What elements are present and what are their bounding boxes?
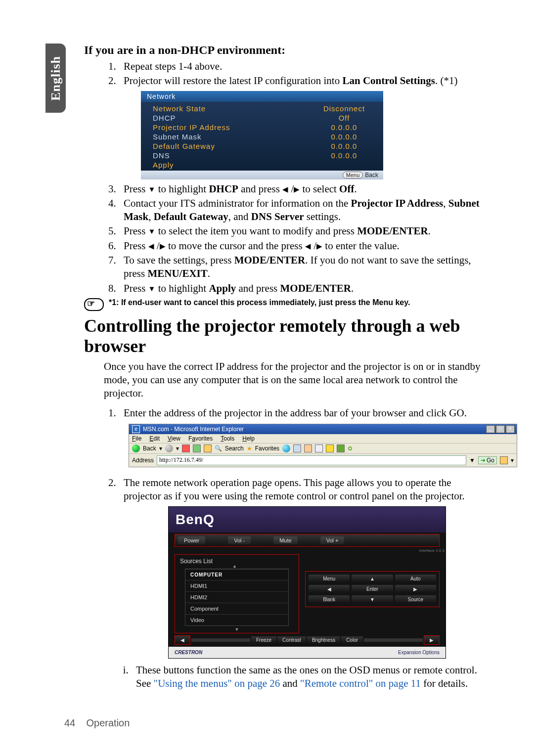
msn-icon[interactable]: ✿ [348, 445, 353, 452]
power-button[interactable]: Power [178, 536, 205, 544]
color-button[interactable]: Color [341, 636, 363, 644]
step-c2: The remote network operation page opens.… [119, 476, 485, 503]
close-icon: × [506, 425, 515, 433]
link-remote[interactable]: "Remote control" on page 11 [300, 677, 421, 689]
source-component[interactable]: Component [185, 603, 288, 614]
history-icon[interactable] [282, 445, 290, 452]
refresh-icon[interactable] [193, 445, 201, 452]
expansion-options[interactable]: Expansion Options [398, 650, 440, 655]
auto-button[interactable]: Auto [395, 575, 436, 583]
source-button[interactable]: Source [395, 595, 436, 604]
down-triangle-icon: ▼ [148, 185, 156, 195]
right-button[interactable]: ▶ [395, 585, 436, 593]
contrast-button[interactable]: Contrast [277, 636, 306, 644]
osd-footer: MenuBack [141, 171, 383, 179]
interface-version: Interface 2.6.3 [169, 548, 445, 553]
left-triangle-icon: ◀ [305, 242, 311, 252]
osd-row-dhcp: DHCPOff [141, 113, 383, 123]
left-triangle-icon: ◀ [148, 242, 154, 252]
edit-icon[interactable] [315, 445, 323, 452]
section-heading: If you are in a non-DHCP environment: [84, 44, 485, 57]
crestron-logo: CRESTRON [175, 650, 202, 655]
address-input[interactable] [157, 455, 466, 465]
step-8: Press ▼ to highlight Apply and press MOD… [119, 282, 485, 295]
intro-paragraph: Once you have the correct IP address for… [84, 360, 485, 400]
home-icon[interactable] [204, 445, 212, 452]
back-icon[interactable] [132, 445, 140, 452]
benq-control-panel: BenQ Power Vol - Mute Vol + Interface 2.… [168, 506, 446, 659]
menu-file: File [132, 435, 141, 442]
minimize-icon: _ [486, 425, 495, 433]
source-computer[interactable]: COMPUTER [185, 569, 288, 580]
menu-help: Help [242, 435, 255, 442]
messenger-icon[interactable] [337, 445, 345, 452]
main-heading: Controlling the projector remotely throu… [84, 316, 485, 357]
forward-icon[interactable] [165, 445, 173, 452]
ie-icon: e [132, 425, 140, 433]
freeze-button[interactable]: Freeze [251, 636, 276, 644]
osd-row-ip: Projector IP Address0.0.0.0 [141, 123, 383, 132]
ie-window: e MSN.com - Microsoft Internet Explorer … [129, 424, 517, 467]
slider-left[interactable]: ◀ [175, 635, 190, 645]
sources-panel: Sources List COMPUTER HDMI1 HDMI2 Compon… [175, 554, 299, 633]
maximize-icon: □ [496, 425, 505, 433]
discuss-icon[interactable] [326, 445, 334, 452]
language-tab: English [45, 44, 66, 113]
benq-logo: BenQ [169, 507, 445, 533]
top-buttons: Power Vol - Mute Vol + [175, 534, 440, 547]
ie-toolbar[interactable]: Back ▾ ▾ 🔍Search ★Favorites ✿ [129, 444, 517, 454]
adjust-bar: ◀ Freeze Contrast Brightness Color ▶ [175, 635, 440, 645]
down-button[interactable]: ▼ [352, 595, 393, 604]
steps-list-b: Press ▼ to highlight DHCP and press ◀ /▶… [84, 182, 485, 295]
vol-up-button[interactable]: Vol + [320, 536, 345, 544]
step-c1: Enter the address of the projector in th… [119, 406, 485, 420]
source-video[interactable]: Video [185, 614, 288, 625]
scroll-down-icon[interactable]: ▼ [175, 626, 299, 633]
window-buttons[interactable]: _□× [486, 425, 515, 433]
menu-button[interactable]: Menu [309, 575, 350, 583]
left-triangle-icon: ◀ [282, 185, 288, 195]
step-7: To save the settings, press MODE/ENTER. … [119, 254, 485, 281]
left-button[interactable]: ◀ [309, 585, 350, 593]
roman-i: These buttons function the same as the o… [131, 664, 485, 691]
brightness-button[interactable]: Brightness [307, 636, 340, 644]
search-icon[interactable]: 🔍 [215, 445, 222, 452]
dpad-panel: Menu ▲ Auto ◀ Enter ▶ Blank ▼ Source [305, 554, 440, 633]
step-1: Repeat steps 1-4 above. [119, 60, 485, 73]
step-6: Press ◀ /▶ to move the cursor and the pr… [119, 239, 485, 253]
osd-network-panel: Network Network StateDisconnect DHCPOff … [141, 91, 383, 179]
up-button[interactable]: ▲ [352, 575, 393, 583]
osd-row-subnet: Subnet Mask0.0.0.0 [141, 132, 383, 141]
enter-button[interactable]: Enter [352, 585, 393, 593]
note-row: *1: If end-user want to cancel this proc… [84, 298, 485, 311]
osd-row-apply: Apply [141, 160, 383, 170]
down-triangle-icon: ▼ [148, 227, 156, 237]
ie-menubar[interactable]: FileEditViewFavoritesToolsHelp [129, 434, 517, 444]
print-icon[interactable] [304, 445, 312, 452]
ie-addressbar: Address ▼ ➔ Go ▾ [129, 454, 517, 467]
link-menus[interactable]: "Using the menus" on page 26 [154, 677, 280, 689]
stop-icon[interactable] [182, 445, 190, 452]
mail-icon[interactable] [293, 445, 301, 452]
menu-favorites: Favorites [188, 435, 213, 442]
blank-button[interactable]: Blank [309, 595, 350, 604]
steps-list-c: Enter the address of the projector in th… [84, 406, 485, 420]
go-button[interactable]: ➔ Go [478, 456, 497, 464]
step-3: Press ▼ to highlight DHCP and press ◀ /▶… [119, 182, 485, 196]
source-hdmi1[interactable]: HDMI1 [185, 580, 288, 591]
menu-tools: Tools [221, 435, 234, 442]
vol-down-button[interactable]: Vol - [228, 536, 251, 544]
osd-row-network-state: Network StateDisconnect [141, 104, 383, 113]
step-5: Press ▼ to select the item you want to m… [119, 224, 485, 238]
slider-right[interactable]: ▶ [424, 635, 440, 645]
source-hdmi2[interactable]: HDMI2 [185, 591, 288, 603]
osd-row-gateway: Default Gateway0.0.0.0 [141, 141, 383, 151]
address-label: Address [132, 457, 154, 464]
note-icon [84, 298, 104, 311]
mute-button[interactable]: Mute [273, 536, 297, 544]
links-icon[interactable] [500, 456, 508, 464]
step-2: Projector will restore the latest IP con… [119, 74, 485, 88]
favorites-icon[interactable]: ★ [247, 445, 252, 452]
menu-edit: Edit [149, 435, 160, 442]
note-text: *1: If end-user want to cancel this proc… [109, 298, 410, 307]
